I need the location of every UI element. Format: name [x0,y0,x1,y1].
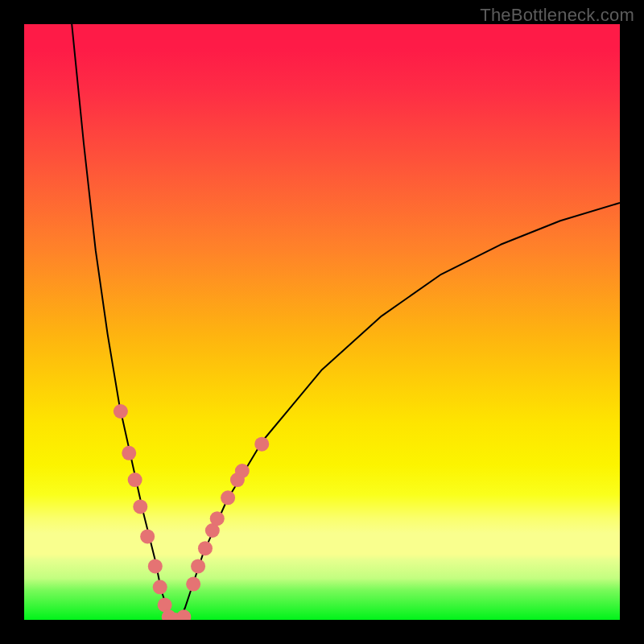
marker-layer [114,404,269,620]
data-marker [235,464,250,478]
data-marker [186,577,200,592]
plot-area [24,24,620,620]
data-marker [128,473,142,487]
bottleneck-curve [72,24,620,620]
curve-layer [72,24,620,620]
data-marker [191,559,205,573]
chart-frame: TheBottleneck.com [0,0,644,644]
data-marker [148,559,163,573]
data-marker [198,541,213,555]
data-marker [140,529,155,543]
data-marker [153,580,167,594]
data-marker [221,490,235,505]
data-marker [210,511,225,526]
data-marker [122,446,136,460]
chart-svg [24,24,620,620]
data-marker [133,499,147,514]
data-marker [254,437,269,452]
data-marker [176,609,191,620]
attribution-text: TheBottleneck.com [480,5,634,26]
data-marker [114,404,128,419]
